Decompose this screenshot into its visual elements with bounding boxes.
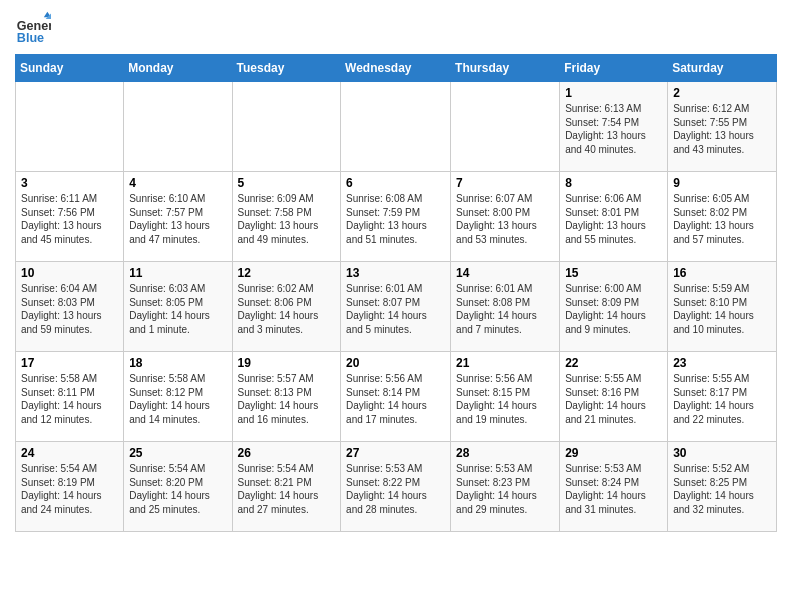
calendar-cell: 8Sunrise: 6:06 AM Sunset: 8:01 PM Daylig… — [560, 172, 668, 262]
day-number: 14 — [456, 266, 554, 280]
day-info: Sunrise: 5:53 AM Sunset: 8:23 PM Dayligh… — [456, 462, 554, 516]
day-number: 4 — [129, 176, 226, 190]
calendar-cell — [451, 82, 560, 172]
day-info: Sunrise: 6:03 AM Sunset: 8:05 PM Dayligh… — [129, 282, 226, 336]
calendar-cell: 13Sunrise: 6:01 AM Sunset: 8:07 PM Dayli… — [341, 262, 451, 352]
day-info: Sunrise: 5:58 AM Sunset: 8:12 PM Dayligh… — [129, 372, 226, 426]
calendar-cell: 27Sunrise: 5:53 AM Sunset: 8:22 PM Dayli… — [341, 442, 451, 532]
day-info: Sunrise: 6:01 AM Sunset: 8:07 PM Dayligh… — [346, 282, 445, 336]
calendar-cell: 11Sunrise: 6:03 AM Sunset: 8:05 PM Dayli… — [124, 262, 232, 352]
day-info: Sunrise: 6:08 AM Sunset: 7:59 PM Dayligh… — [346, 192, 445, 246]
day-info: Sunrise: 5:54 AM Sunset: 8:21 PM Dayligh… — [238, 462, 336, 516]
day-info: Sunrise: 6:09 AM Sunset: 7:58 PM Dayligh… — [238, 192, 336, 246]
day-number: 22 — [565, 356, 662, 370]
day-number: 17 — [21, 356, 118, 370]
calendar-cell: 26Sunrise: 5:54 AM Sunset: 8:21 PM Dayli… — [232, 442, 341, 532]
calendar-cell — [16, 82, 124, 172]
day-number: 12 — [238, 266, 336, 280]
page-header: General Blue — [15, 10, 777, 46]
day-number: 19 — [238, 356, 336, 370]
day-number: 6 — [346, 176, 445, 190]
column-header-monday: Monday — [124, 55, 232, 82]
calendar-cell: 2Sunrise: 6:12 AM Sunset: 7:55 PM Daylig… — [668, 82, 777, 172]
day-number: 11 — [129, 266, 226, 280]
calendar-cell: 24Sunrise: 5:54 AM Sunset: 8:19 PM Dayli… — [16, 442, 124, 532]
column-header-tuesday: Tuesday — [232, 55, 341, 82]
day-info: Sunrise: 5:53 AM Sunset: 8:22 PM Dayligh… — [346, 462, 445, 516]
column-header-saturday: Saturday — [668, 55, 777, 82]
day-number: 2 — [673, 86, 771, 100]
column-header-friday: Friday — [560, 55, 668, 82]
calendar-cell: 29Sunrise: 5:53 AM Sunset: 8:24 PM Dayli… — [560, 442, 668, 532]
day-info: Sunrise: 5:59 AM Sunset: 8:10 PM Dayligh… — [673, 282, 771, 336]
day-info: Sunrise: 5:52 AM Sunset: 8:25 PM Dayligh… — [673, 462, 771, 516]
day-number: 30 — [673, 446, 771, 460]
calendar-cell: 18Sunrise: 5:58 AM Sunset: 8:12 PM Dayli… — [124, 352, 232, 442]
day-number: 10 — [21, 266, 118, 280]
calendar-cell — [341, 82, 451, 172]
day-number: 5 — [238, 176, 336, 190]
calendar-cell: 19Sunrise: 5:57 AM Sunset: 8:13 PM Dayli… — [232, 352, 341, 442]
calendar-cell: 4Sunrise: 6:10 AM Sunset: 7:57 PM Daylig… — [124, 172, 232, 262]
day-number: 16 — [673, 266, 771, 280]
calendar-cell: 7Sunrise: 6:07 AM Sunset: 8:00 PM Daylig… — [451, 172, 560, 262]
logo-icon: General Blue — [15, 10, 51, 46]
day-number: 1 — [565, 86, 662, 100]
calendar-table: SundayMondayTuesdayWednesdayThursdayFrid… — [15, 54, 777, 532]
day-info: Sunrise: 5:56 AM Sunset: 8:14 PM Dayligh… — [346, 372, 445, 426]
day-info: Sunrise: 5:55 AM Sunset: 8:17 PM Dayligh… — [673, 372, 771, 426]
day-info: Sunrise: 6:07 AM Sunset: 8:00 PM Dayligh… — [456, 192, 554, 246]
calendar-cell: 30Sunrise: 5:52 AM Sunset: 8:25 PM Dayli… — [668, 442, 777, 532]
day-info: Sunrise: 6:00 AM Sunset: 8:09 PM Dayligh… — [565, 282, 662, 336]
day-info: Sunrise: 5:54 AM Sunset: 8:19 PM Dayligh… — [21, 462, 118, 516]
day-info: Sunrise: 6:12 AM Sunset: 7:55 PM Dayligh… — [673, 102, 771, 156]
day-info: Sunrise: 6:10 AM Sunset: 7:57 PM Dayligh… — [129, 192, 226, 246]
calendar-cell: 20Sunrise: 5:56 AM Sunset: 8:14 PM Dayli… — [341, 352, 451, 442]
calendar-cell: 21Sunrise: 5:56 AM Sunset: 8:15 PM Dayli… — [451, 352, 560, 442]
day-info: Sunrise: 6:06 AM Sunset: 8:01 PM Dayligh… — [565, 192, 662, 246]
calendar-cell: 28Sunrise: 5:53 AM Sunset: 8:23 PM Dayli… — [451, 442, 560, 532]
day-number: 28 — [456, 446, 554, 460]
logo: General Blue — [15, 10, 55, 46]
day-number: 24 — [21, 446, 118, 460]
day-info: Sunrise: 5:56 AM Sunset: 8:15 PM Dayligh… — [456, 372, 554, 426]
day-number: 9 — [673, 176, 771, 190]
day-number: 20 — [346, 356, 445, 370]
calendar-cell: 23Sunrise: 5:55 AM Sunset: 8:17 PM Dayli… — [668, 352, 777, 442]
calendar-cell: 1Sunrise: 6:13 AM Sunset: 7:54 PM Daylig… — [560, 82, 668, 172]
calendar-cell: 6Sunrise: 6:08 AM Sunset: 7:59 PM Daylig… — [341, 172, 451, 262]
calendar-cell — [232, 82, 341, 172]
day-info: Sunrise: 5:53 AM Sunset: 8:24 PM Dayligh… — [565, 462, 662, 516]
day-info: Sunrise: 6:11 AM Sunset: 7:56 PM Dayligh… — [21, 192, 118, 246]
day-info: Sunrise: 6:01 AM Sunset: 8:08 PM Dayligh… — [456, 282, 554, 336]
day-number: 3 — [21, 176, 118, 190]
calendar-cell: 10Sunrise: 6:04 AM Sunset: 8:03 PM Dayli… — [16, 262, 124, 352]
calendar-cell: 16Sunrise: 5:59 AM Sunset: 8:10 PM Dayli… — [668, 262, 777, 352]
day-number: 21 — [456, 356, 554, 370]
day-number: 15 — [565, 266, 662, 280]
calendar-cell: 5Sunrise: 6:09 AM Sunset: 7:58 PM Daylig… — [232, 172, 341, 262]
calendar-cell: 12Sunrise: 6:02 AM Sunset: 8:06 PM Dayli… — [232, 262, 341, 352]
day-number: 26 — [238, 446, 336, 460]
day-number: 29 — [565, 446, 662, 460]
day-info: Sunrise: 5:58 AM Sunset: 8:11 PM Dayligh… — [21, 372, 118, 426]
calendar-cell: 25Sunrise: 5:54 AM Sunset: 8:20 PM Dayli… — [124, 442, 232, 532]
day-info: Sunrise: 6:13 AM Sunset: 7:54 PM Dayligh… — [565, 102, 662, 156]
calendar-cell: 9Sunrise: 6:05 AM Sunset: 8:02 PM Daylig… — [668, 172, 777, 262]
column-header-sunday: Sunday — [16, 55, 124, 82]
calendar-cell: 22Sunrise: 5:55 AM Sunset: 8:16 PM Dayli… — [560, 352, 668, 442]
day-number: 18 — [129, 356, 226, 370]
svg-text:Blue: Blue — [17, 31, 44, 45]
day-info: Sunrise: 5:57 AM Sunset: 8:13 PM Dayligh… — [238, 372, 336, 426]
calendar-cell: 14Sunrise: 6:01 AM Sunset: 8:08 PM Dayli… — [451, 262, 560, 352]
calendar-cell — [124, 82, 232, 172]
day-info: Sunrise: 6:02 AM Sunset: 8:06 PM Dayligh… — [238, 282, 336, 336]
day-number: 27 — [346, 446, 445, 460]
day-number: 8 — [565, 176, 662, 190]
calendar-cell: 17Sunrise: 5:58 AM Sunset: 8:11 PM Dayli… — [16, 352, 124, 442]
day-info: Sunrise: 6:04 AM Sunset: 8:03 PM Dayligh… — [21, 282, 118, 336]
day-number: 23 — [673, 356, 771, 370]
day-info: Sunrise: 5:54 AM Sunset: 8:20 PM Dayligh… — [129, 462, 226, 516]
day-number: 7 — [456, 176, 554, 190]
calendar-cell: 3Sunrise: 6:11 AM Sunset: 7:56 PM Daylig… — [16, 172, 124, 262]
